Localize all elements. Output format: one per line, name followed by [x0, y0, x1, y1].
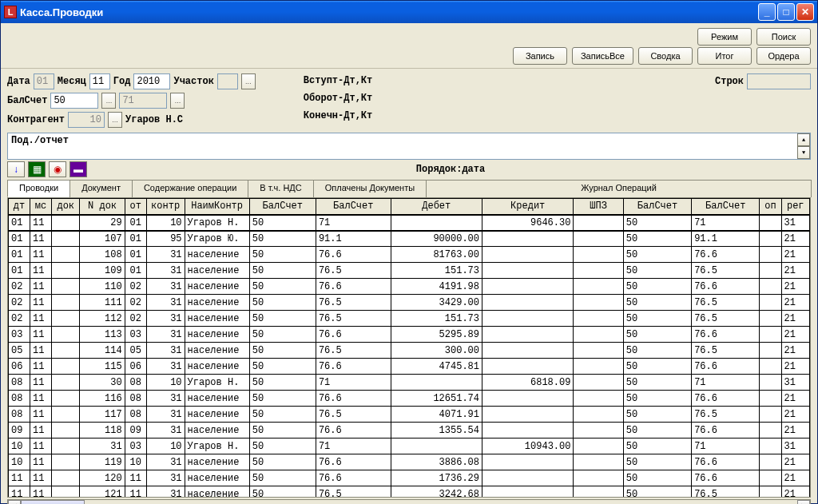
balschet2-input[interactable]: [119, 93, 167, 109]
cell-naim[interactable]: население: [185, 343, 249, 359]
cell-shpz[interactable]: [574, 454, 623, 470]
cell-bs1[interactable]: 50: [249, 327, 316, 343]
cell-ot[interactable]: 03: [125, 327, 146, 343]
cell-ndok[interactable]: 112: [80, 311, 125, 327]
cell-kontr[interactable]: 31: [146, 327, 185, 343]
cell-kontr[interactable]: 31: [146, 343, 185, 359]
cell-dok[interactable]: [52, 486, 80, 498]
cell-bs3[interactable]: 50: [623, 391, 691, 407]
horizontal-scrollbar[interactable]: ◄ ►: [7, 499, 811, 504]
cell-debet[interactable]: 4071.91: [391, 407, 482, 423]
cell-naim[interactable]: население: [185, 295, 249, 311]
cell-reg[interactable]: 21: [781, 231, 809, 247]
purple-tool-icon[interactable]: ▬: [69, 161, 87, 177]
cell-bs4[interactable]: 76.5: [692, 486, 760, 498]
cell-dok[interactable]: [52, 295, 80, 311]
cell-kredit[interactable]: [482, 454, 574, 470]
cell-bs4[interactable]: 76.6: [692, 454, 760, 470]
cell-bs2[interactable]: 76.6: [316, 359, 391, 375]
cell-bs4[interactable]: 71: [692, 375, 760, 391]
cell-naim[interactable]: Угаров Н.: [185, 439, 249, 454]
cell-reg[interactable]: 21: [781, 423, 809, 439]
cell-dt[interactable]: 06: [9, 359, 30, 375]
cell-bs1[interactable]: 50: [249, 470, 316, 486]
cell-shpz[interactable]: [574, 247, 623, 263]
cell-dt[interactable]: 01: [9, 215, 30, 231]
cell-ms[interactable]: 11: [30, 295, 52, 311]
cell-ndok[interactable]: 116: [80, 391, 125, 407]
cell-debet[interactable]: 3242.68: [391, 486, 482, 498]
cell-op[interactable]: [760, 295, 781, 311]
green-tool-icon[interactable]: ▦: [28, 161, 46, 177]
cell-debet[interactable]: 5295.89: [391, 327, 482, 343]
cell-bs2[interactable]: 76.6: [316, 247, 391, 263]
uchastok-browse-button[interactable]: …: [241, 73, 256, 89]
cell-kontr[interactable]: 31: [146, 470, 185, 486]
col-header[interactable]: контр: [146, 199, 185, 215]
tab-journal[interactable]: Журнал Операций: [426, 180, 812, 197]
cell-bs1[interactable]: 50: [249, 391, 316, 407]
cell-op[interactable]: [760, 343, 781, 359]
cell-bs1[interactable]: 50: [249, 407, 316, 423]
cell-shpz[interactable]: [574, 295, 623, 311]
cell-ndok[interactable]: 109: [80, 263, 125, 279]
table-row[interactable]: 01111080131население5076.681763.005076.6…: [9, 247, 810, 263]
table-row[interactable]: 0811300810Угаров Н.50716818.09507131: [9, 375, 810, 391]
cell-dt[interactable]: 02: [9, 295, 30, 311]
cell-bs1[interactable]: 50: [249, 343, 316, 359]
table-row[interactable]: 06111150631население5076.64745.815076.62…: [9, 359, 810, 375]
cell-bs1[interactable]: 50: [249, 279, 316, 295]
table-row[interactable]: 03111130331население5076.65295.895076.62…: [9, 327, 810, 343]
col-header[interactable]: ШПЗ: [574, 199, 623, 215]
cell-op[interactable]: [760, 439, 781, 454]
cell-reg[interactable]: 31: [781, 439, 809, 454]
cell-ms[interactable]: 11: [30, 470, 52, 486]
col-header[interactable]: мс: [30, 199, 52, 215]
cell-bs3[interactable]: 50: [623, 375, 691, 391]
recordall-button[interactable]: ЗаписьВсе: [572, 47, 633, 65]
cell-kredit[interactable]: 6818.09: [482, 375, 574, 391]
cell-kontr[interactable]: 31: [146, 295, 185, 311]
cell-bs2[interactable]: 76.6: [316, 391, 391, 407]
cell-ms[interactable]: 11: [30, 247, 52, 263]
cell-naim[interactable]: население: [185, 391, 249, 407]
cell-ot[interactable]: 08: [125, 407, 146, 423]
cell-ndok[interactable]: 114: [80, 343, 125, 359]
cell-ot[interactable]: 02: [125, 279, 146, 295]
cell-kontr[interactable]: 10: [146, 439, 185, 454]
table-row[interactable]: 08111170831население5076.54071.915076.52…: [9, 407, 810, 423]
col-header[interactable]: БалСчет: [316, 199, 391, 215]
table-row[interactable]: 0111290110Угаров Н.50719646.30507131: [9, 215, 810, 231]
cell-reg[interactable]: 21: [781, 391, 809, 407]
cell-bs1[interactable]: 50: [249, 423, 316, 439]
cell-kredit[interactable]: [482, 279, 574, 295]
cell-bs1[interactable]: 50: [249, 311, 316, 327]
col-header[interactable]: БалСчет: [692, 199, 760, 215]
cell-ot[interactable]: 02: [125, 311, 146, 327]
cell-bs4[interactable]: 76.5: [692, 263, 760, 279]
cell-bs3[interactable]: 50: [623, 486, 691, 498]
red-circle-icon[interactable]: ◉: [49, 161, 66, 177]
cell-bs1[interactable]: 50: [249, 375, 316, 391]
cell-bs3[interactable]: 50: [623, 343, 691, 359]
col-header[interactable]: НаимКонтр: [185, 199, 249, 215]
cell-reg[interactable]: 21: [781, 359, 809, 375]
cell-ot[interactable]: 06: [125, 359, 146, 375]
maximize-button[interactable]: □: [777, 3, 795, 21]
cell-dok[interactable]: [52, 375, 80, 391]
cell-bs2[interactable]: 76.5: [316, 263, 391, 279]
cell-naim[interactable]: население: [185, 247, 249, 263]
cell-bs1[interactable]: 50: [249, 486, 316, 498]
table-row[interactable]: 01111090131население5076.5151.735076.521: [9, 263, 810, 279]
cell-bs2[interactable]: 76.5: [316, 295, 391, 311]
cell-kontr[interactable]: 31: [146, 423, 185, 439]
cell-kredit[interactable]: [482, 470, 574, 486]
cell-bs4[interactable]: 76.5: [692, 311, 760, 327]
cell-shpz[interactable]: [574, 375, 623, 391]
cell-ot[interactable]: 03: [125, 439, 146, 454]
scroll-track[interactable]: [21, 500, 797, 504]
cell-op[interactable]: [760, 215, 781, 231]
cell-shpz[interactable]: [574, 423, 623, 439]
cell-kontr[interactable]: 95: [146, 231, 185, 247]
cell-bs3[interactable]: 50: [623, 359, 691, 375]
